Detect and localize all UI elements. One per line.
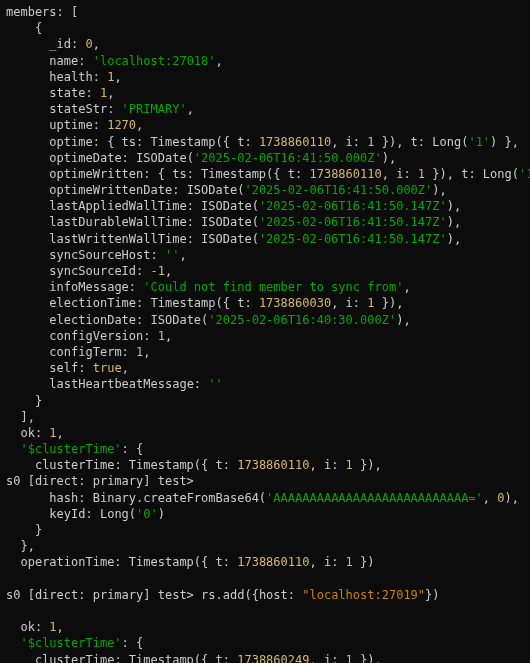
- optimewrittendate-val: '2025-02-06T16:41:50.000Z': [244, 183, 432, 197]
- ok2-key: ok:: [20, 620, 49, 634]
- cmd-text1: rs.add({host:: [201, 588, 302, 602]
- electiondate-val: '2025-02-06T16:40:30.000Z': [208, 313, 396, 327]
- keyid-val: '0': [136, 507, 158, 521]
- id-val: 0: [85, 37, 92, 51]
- prompt-inline: s0 [direct: primary] test>: [6, 474, 194, 488]
- electiondate-end: ),: [396, 313, 410, 327]
- syncsourcehost-val: '': [165, 248, 179, 262]
- electiontime-end: }),: [374, 296, 403, 310]
- optimedate-end: ),: [382, 151, 396, 165]
- comma: ,: [122, 361, 129, 375]
- lastapplied-val: '2025-02-06T16:41:50.147Z': [259, 199, 447, 213]
- lastdurable-val: '2025-02-06T16:41:50.147Z': [259, 215, 447, 229]
- syncsourcehost-key: syncSourceHost:: [49, 248, 165, 262]
- optime1-mid: , i:: [309, 555, 345, 569]
- ct1-t: 1738860110: [237, 458, 309, 472]
- ct2-t: 1738860249: [237, 653, 309, 664]
- comma: ,: [179, 248, 186, 262]
- statestr-val: 'PRIMARY': [122, 102, 187, 116]
- lastdurable-end: ),: [447, 215, 461, 229]
- optimewritten-i: 1: [418, 167, 425, 181]
- obj-open: {: [35, 21, 42, 35]
- name-key: name:: [49, 54, 92, 68]
- optime1-t: 1738860110: [237, 555, 309, 569]
- optime-t: 1738860110: [259, 135, 331, 149]
- optimewrittendate-end: ),: [432, 183, 446, 197]
- lastapplied-prefix: lastAppliedWallTime: ISODate(: [49, 199, 259, 213]
- ct2-mid: , i:: [309, 653, 345, 664]
- comma: ,: [187, 102, 194, 116]
- ct1-prefix: clusterTime: Timestamp({ t:: [35, 458, 237, 472]
- optimedate-prefix: optimeDate: ISODate(: [49, 151, 194, 165]
- members-open: members: [: [6, 5, 78, 19]
- ok2-val: 1: [49, 620, 56, 634]
- optime-after: }), t: Long(: [374, 135, 468, 149]
- optimewritten-after: }), t: Long(: [425, 167, 519, 181]
- hash-prefix: hash: Binary.createFromBase64(: [49, 491, 266, 505]
- shell-prompt[interactable]: s0 [direct: primary] test>: [6, 588, 201, 602]
- comma: ,: [216, 54, 223, 68]
- optimewritten-prefix: optimeWritten: { ts: Timestamp({ t:: [49, 167, 309, 181]
- hash-val: 'AAAAAAAAAAAAAAAAAAAAAAAAAAA=': [266, 491, 483, 505]
- infomessage-key: infoMessage:: [49, 280, 143, 294]
- ct1-mid: , i:: [309, 458, 345, 472]
- state-key: state:: [49, 86, 100, 100]
- brace-close: }: [35, 523, 42, 537]
- ok-val: 1: [49, 426, 56, 440]
- uptime-key: uptime:: [49, 118, 107, 132]
- configversion-val: 1: [158, 329, 165, 343]
- comma: ,: [57, 620, 64, 634]
- configversion-key: configVersion:: [49, 329, 157, 343]
- comma: ,: [107, 86, 114, 100]
- comma: ,: [143, 345, 150, 359]
- electiontime-prefix: electionTime: Timestamp({ t:: [49, 296, 259, 310]
- comma: ,: [93, 37, 100, 51]
- obj-close: }: [35, 394, 42, 408]
- syncsourceid-key: syncSourceId:: [49, 264, 150, 278]
- comma: ,: [114, 70, 121, 84]
- optime1-end: }): [353, 555, 375, 569]
- cmd-text2: }): [425, 588, 439, 602]
- lastapplied-end: ),: [447, 199, 461, 213]
- optime-end: ) },: [490, 135, 519, 149]
- syncsourceid-val: -1: [151, 264, 165, 278]
- ct1-end: }),: [353, 458, 382, 472]
- optimewrittendate-prefix: optimeWrittenDate: ISODate(: [49, 183, 244, 197]
- ct2-end: }),: [353, 653, 382, 664]
- hash-n: 0: [497, 491, 504, 505]
- optime-mid: , i:: [331, 135, 367, 149]
- electiontime-mid: , i:: [331, 296, 367, 310]
- ct1-i: 1: [346, 458, 353, 472]
- lastwritten-val: '2025-02-06T16:41:50.147Z': [259, 232, 447, 246]
- infomessage-val: 'Could not find member to sync from': [143, 280, 403, 294]
- optimewritten-mid: , i:: [382, 167, 418, 181]
- statestr-key: stateStr:: [49, 102, 121, 116]
- self-val: true: [93, 361, 122, 375]
- optimedate-val: '2025-02-06T16:41:50.000Z': [194, 151, 382, 165]
- comma: ,: [165, 264, 172, 278]
- lastdurable-prefix: lastDurableWallTime: ISODate(: [49, 215, 259, 229]
- terminal-output[interactable]: members: [ { _id: 0, name: 'localhost:27…: [0, 0, 530, 663]
- lhm-key: lastHeartbeatMessage:: [49, 377, 208, 391]
- clustertime-colon: : {: [122, 442, 144, 456]
- configterm-key: configTerm:: [49, 345, 136, 359]
- keyid-end: ): [158, 507, 165, 521]
- lastwritten-end: ),: [447, 232, 461, 246]
- optime1-i: 1: [346, 555, 353, 569]
- clustertime-key: '$clusterTime': [20, 442, 121, 456]
- electiondate-prefix: electionDate: ISODate(: [49, 313, 208, 327]
- ct2-prefix: clusterTime: Timestamp({ t:: [35, 653, 237, 664]
- brace-close-comma: },: [20, 539, 34, 553]
- optime-prefix: optime: { ts: Timestamp({ t:: [49, 135, 259, 149]
- electiontime-t: 1738860030: [259, 296, 331, 310]
- self-key: self:: [49, 361, 92, 375]
- ok-key: ok:: [20, 426, 49, 440]
- keyid-prefix: keyId: Long(: [49, 507, 136, 521]
- optimewritten-long: '1': [519, 167, 530, 181]
- optime-long: '1': [468, 135, 490, 149]
- comma: ,: [165, 329, 172, 343]
- clustertime2-key: '$clusterTime': [20, 636, 121, 650]
- clustertime2-colon: : {: [122, 636, 144, 650]
- uptime-val: 1270: [107, 118, 136, 132]
- optime1-prefix: operationTime: Timestamp({ t:: [20, 555, 237, 569]
